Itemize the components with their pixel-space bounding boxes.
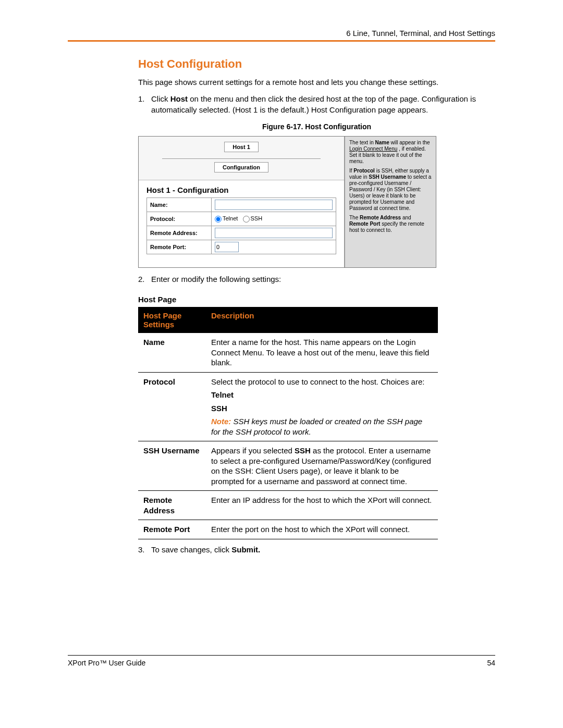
label-name: Name: xyxy=(147,198,212,212)
configuration-tab[interactable]: Configuration xyxy=(214,162,268,172)
footer-title: XPort Pro™ User Guide xyxy=(68,659,145,667)
step-3: 3. To save changes, click Submit. xyxy=(138,545,495,555)
host-page-settings-table: Host Page Settings Description Name Ente… xyxy=(138,307,438,539)
config-form-table: Name: Protocol: Telnet SSH Remote Addres… xyxy=(146,198,336,254)
label-remote-address: Remote Address: xyxy=(147,226,212,240)
header-divider xyxy=(68,40,495,42)
help-panel: The text in Name will appear in the Logi… xyxy=(345,137,436,267)
remote-address-input[interactable] xyxy=(215,228,333,238)
radio-telnet-label[interactable]: Telnet xyxy=(215,215,238,221)
radio-ssh[interactable] xyxy=(243,216,250,223)
host-config-screenshot: Host 1 Configuration Host 1 - Configurat… xyxy=(138,136,436,268)
page-footer: XPort Pro™ User Guide 54 xyxy=(68,655,495,667)
step1-pre: Click xyxy=(151,94,170,103)
radio-ssh-label[interactable]: SSH xyxy=(243,215,263,221)
step1-post: on the menu and then click the desired h… xyxy=(151,94,476,114)
section-title: Host Configuration xyxy=(138,57,495,71)
figure-caption: Figure 6-17. Host Configuration xyxy=(138,122,495,131)
page-header-chapter: 6 Line, Tunnel, Terminal, and Host Setti… xyxy=(68,29,495,38)
screenshot-heading: Host 1 - Configuration xyxy=(146,186,336,194)
col-description: Description xyxy=(206,307,438,333)
radio-telnet[interactable] xyxy=(215,216,222,223)
ssh-text: SSH xyxy=(251,215,263,221)
table-row: Remote Port Enter the port on the host t… xyxy=(138,520,438,539)
label-remote-port: Remote Port: xyxy=(147,240,212,254)
section-intro: This page shows current settings for a r… xyxy=(138,77,495,88)
col-settings: Host Page Settings xyxy=(138,307,206,333)
step-2: 2. Enter or modify the following setting… xyxy=(138,274,495,285)
host1-button[interactable]: Host 1 xyxy=(224,142,259,152)
step1-bold: Host xyxy=(170,94,188,103)
table-row: Protocol Select the protocol to use to c… xyxy=(138,372,438,441)
label-protocol: Protocol: xyxy=(147,212,212,226)
table-row: SSH Username Appears if you selected SSH… xyxy=(138,441,438,491)
step-1: 1. Click Host on the menu and then click… xyxy=(138,94,495,115)
name-input[interactable] xyxy=(215,200,333,210)
remote-port-input[interactable] xyxy=(215,242,239,252)
host-page-subtitle: Host Page xyxy=(138,295,495,304)
page-number: 54 xyxy=(487,659,495,667)
table-row: Remote Address Enter an IP address for t… xyxy=(138,491,438,520)
table-row: Name Enter a name for the host. This nam… xyxy=(138,333,438,372)
telnet-text: Telnet xyxy=(223,215,238,221)
